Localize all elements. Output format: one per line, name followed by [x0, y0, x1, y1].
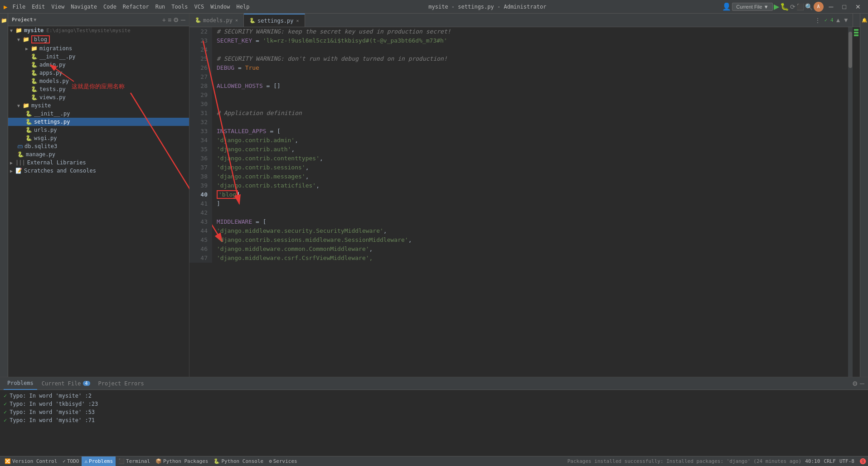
- code-line-28: 28 ALLOWED_HOSTS = []: [189, 82, 848, 91]
- tree-item-migrations[interactable]: ▶ 📁 migrations: [8, 44, 189, 53]
- code-line-45: 45 'django.contrib.sessions.middleware.S…: [189, 235, 848, 245]
- code-line-29: 29: [189, 91, 848, 100]
- current-file-dropdown[interactable]: Current File ▼: [732, 3, 772, 11]
- tree-item-urls[interactable]: 🐍 urls.py: [8, 126, 189, 134]
- menu-window[interactable]: Window: [207, 3, 233, 11]
- tree-item-init-mysite[interactable]: 🐍 __init__.py: [8, 110, 189, 118]
- status-services[interactable]: ⚙ Services: [266, 456, 300, 466]
- tab-settings[interactable]: 🐍 settings.py ✕: [244, 14, 305, 27]
- tree-item-wsgi[interactable]: 🐍 wsgi.py: [8, 134, 189, 142]
- tree-item-admin[interactable]: 🐍 admin.py: [8, 61, 189, 69]
- services-icon: ⚙: [269, 458, 272, 464]
- menu-tools[interactable]: Tools: [168, 3, 191, 11]
- sidebar-close[interactable]: ─: [181, 16, 185, 24]
- panel-settings-btn[interactable]: ⚙: [852, 380, 858, 387]
- tree-item-manage[interactable]: 🐍 manage.py: [8, 150, 189, 159]
- tab-models[interactable]: 🐍 models.py ✕: [189, 14, 244, 27]
- menu-run[interactable]: Run: [152, 3, 169, 11]
- status-problems[interactable]: ⚠ Problems: [82, 456, 116, 466]
- debug-button[interactable]: 🐛: [780, 2, 789, 11]
- gutter-up[interactable]: ▲: [835, 17, 841, 24]
- tree-item-mysite-root[interactable]: ▼ 📁 mysite E:\django\Test\mysite\mysite: [8, 26, 189, 34]
- code-line-44: 44 'django.middleware.security.SecurityM…: [189, 226, 848, 235]
- tree-item-apps[interactable]: 🐍 apps.py: [8, 69, 189, 77]
- tree-item-blog[interactable]: ▼ 📁 blog: [8, 34, 189, 44]
- toolbar-btn2[interactable]: ⬛: [796, 3, 804, 10]
- close-tab-settings[interactable]: ✕: [296, 18, 299, 23]
- status-terminal[interactable]: ⬛ Terminal: [116, 456, 153, 466]
- problem-item-3: ✓ Typo: In word 'mysite' :53: [4, 408, 864, 416]
- tab-current-file[interactable]: Current File 4: [38, 377, 94, 390]
- status-python-console[interactable]: 🐍 Python Console: [211, 456, 266, 466]
- code-line-32: 32: [189, 118, 848, 127]
- search-button[interactable]: 🔍: [805, 3, 813, 10]
- tree-item-models[interactable]: 🐍 models.py: [8, 77, 189, 85]
- code-line-40: 40 'blog: [189, 190, 848, 199]
- git-icon: 🔀: [5, 458, 11, 464]
- terminal-icon: ⬛: [118, 458, 125, 464]
- menu-file[interactable]: File: [9, 3, 29, 11]
- cursor-position: 40:10: [805, 458, 820, 464]
- tree-item-external-libs[interactable]: ▶ ||| External Libraries: [8, 159, 189, 167]
- code-line-35: 35 'django.contrib.auth',: [189, 145, 848, 154]
- sidebar-add[interactable]: +: [162, 16, 166, 24]
- code-line-24: 24: [189, 45, 848, 54]
- code-line-34: 34 'django.contrib.admin',: [189, 136, 848, 145]
- check-icon-3: ✓: [4, 409, 7, 415]
- app-icon: ▶: [4, 3, 7, 10]
- minimize-button[interactable]: ─: [825, 2, 837, 11]
- folder-icon-migrations: 📁: [31, 45, 38, 52]
- run-button[interactable]: ▶: [774, 2, 779, 11]
- tree-item-settings[interactable]: 🐍 settings.py: [8, 118, 189, 126]
- code-line-43: 43 MIDDLEWARE = [: [189, 217, 848, 226]
- tree-item-tests[interactable]: 🐍 tests.py: [8, 85, 189, 93]
- notifications-icon[interactable]: 🔔: [862, 17, 867, 23]
- menu-vcs[interactable]: VCS: [191, 3, 207, 11]
- sidebar-collapse[interactable]: ≡: [168, 16, 171, 24]
- panel-hide-btn[interactable]: ─: [860, 380, 864, 387]
- check-icon-2: ✓: [4, 401, 7, 407]
- close-button[interactable]: ✕: [852, 2, 864, 11]
- menu-code[interactable]: Code: [100, 3, 120, 11]
- sidebar-settings[interactable]: ⚙: [173, 16, 179, 24]
- menu-bar: File Edit View Navigate Code Refactor Ru…: [9, 3, 252, 11]
- code-line-30: 30: [189, 100, 848, 109]
- tree-item-init-blog[interactable]: 🐍 __init__.py: [8, 53, 189, 61]
- close-tab-models[interactable]: ✕: [235, 18, 238, 23]
- code-line-38: 38 'django.contrib.messages',: [189, 172, 848, 181]
- gutter-down[interactable]: ▼: [843, 17, 849, 24]
- status-version-control[interactable]: 🔀 Version Control: [2, 456, 60, 466]
- code-line-47: 47 'django.middleware.csrf.CsrfViewMiddl…: [189, 254, 848, 263]
- tree-item-scratches[interactable]: ▶ 📝 Scratches and Consoles: [8, 167, 189, 175]
- tab-project-errors[interactable]: Project Errors: [95, 377, 148, 390]
- tree-item-db[interactable]: 🗃 db.sqlite3: [8, 142, 189, 150]
- problem-item-4: ✓ Typo: In word 'mysite' :71: [4, 416, 864, 424]
- menu-view[interactable]: View: [48, 3, 68, 11]
- menu-help[interactable]: Help: [233, 3, 253, 11]
- menu-refactor[interactable]: Refactor: [120, 3, 152, 11]
- status-python-packages[interactable]: 📦 Python Packages: [153, 456, 211, 466]
- toolbar-btn1[interactable]: ⟳: [790, 3, 795, 10]
- menu-edit[interactable]: Edit: [29, 3, 48, 11]
- folder-icon-blog: 📁: [23, 36, 29, 43]
- tab-problems[interactable]: Problems: [4, 377, 37, 390]
- packages-icon: 📦: [155, 458, 162, 464]
- problem-item-2: ✓ Typo: In word 'tkbisyd' :23: [4, 400, 864, 408]
- system-tray: 🅢: [860, 458, 866, 465]
- user-icon[interactable]: 👤: [722, 2, 731, 11]
- charset: UTF-8: [839, 458, 854, 464]
- project-icon[interactable]: 📁: [1, 17, 7, 23]
- tree-item-views[interactable]: 🐍 views.py: [8, 93, 189, 101]
- problem-item-1: ✓ Typo: In word 'mysite' :2: [4, 392, 864, 400]
- status-msg: Packages installed successfully: Install…: [567, 458, 802, 464]
- editor-menu-btn[interactable]: ⋮: [815, 17, 821, 24]
- console-icon: 🐍: [213, 458, 220, 464]
- code-line-41: 41 ]: [189, 199, 848, 208]
- status-todo[interactable]: ✓ TODO: [60, 456, 82, 466]
- menu-navigate[interactable]: Navigate: [68, 3, 100, 11]
- check-icon-4: ✓: [4, 417, 7, 423]
- avatar: A: [814, 2, 824, 12]
- maximize-button[interactable]: □: [839, 2, 850, 11]
- code-line-25: 25 # SECURITY WARNING: don't run with de…: [189, 54, 848, 63]
- tree-item-mysite-inner[interactable]: ▼ 📁 mysite: [8, 101, 189, 110]
